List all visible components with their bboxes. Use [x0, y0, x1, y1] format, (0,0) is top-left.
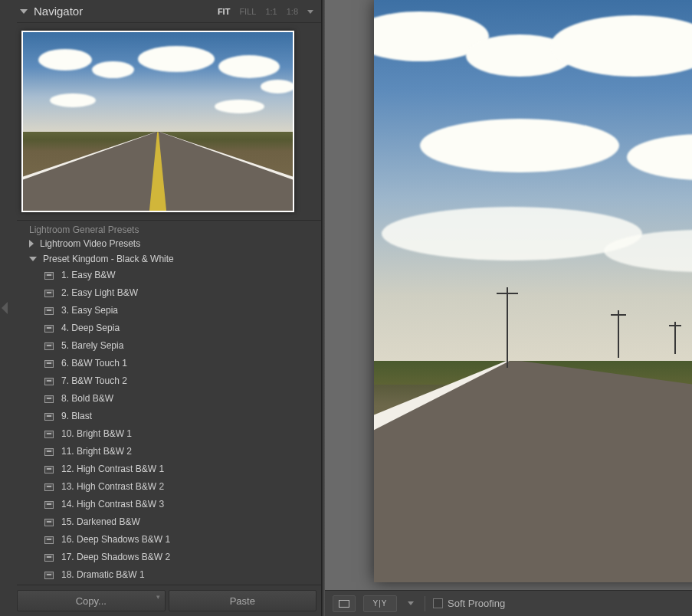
preset-label: 15. Darkened B&W [61, 516, 140, 529]
left-panel: Navigator FIT FILL 1:1 1:8 [0, 0, 322, 616]
preset-label: 11. Bright B&W 2 [61, 445, 132, 458]
preset-icon [44, 272, 54, 280]
preset-folder-general[interactable]: Lightroom General Presets [17, 224, 321, 236]
preset-icon [44, 519, 54, 526]
navigator-title: Navigator [34, 5, 218, 18]
preset-item[interactable]: 5. Barely Sepia [17, 337, 321, 355]
disclosure-triangle-icon [29, 257, 37, 261]
preset-icon [44, 307, 54, 315]
preset-item[interactable]: 4. Deep Sepia [17, 319, 321, 337]
viewer-toolbar: Y|Y Soft Proofing [325, 590, 692, 616]
preset-label: 14. High Contrast B&W 3 [61, 498, 164, 511]
preset-icon [44, 483, 54, 491]
presets-panel: Lightroom General Presets Lightroom Vide… [17, 220, 321, 585]
paste-button[interactable]: Paste [169, 590, 317, 611]
preset-icon [44, 572, 54, 579]
preset-item[interactable]: 15. Darkened B&W [17, 513, 321, 531]
preset-item[interactable]: 10. Bright B&W 1 [17, 425, 321, 443]
preset-item[interactable]: 14. High Contrast B&W 3 [17, 496, 321, 513]
folder-label: Preset Kingdom - Black & White [43, 254, 174, 264]
preset-icon [44, 448, 54, 456]
preset-icon [44, 360, 54, 368]
preset-icon [44, 536, 54, 544]
navigator-header: Navigator FIT FILL 1:1 1:8 [17, 0, 321, 23]
preset-label: 13. High Contrast B&W 2 [61, 480, 164, 493]
navigator-thumbnail[interactable] [21, 31, 294, 212]
preset-icon [44, 378, 54, 385]
preset-label: 18. Dramatic B&W 1 [61, 568, 145, 582]
folder-label: Lightroom General Presets [29, 224, 139, 235]
main-viewer: Y|Y Soft Proofing [325, 0, 692, 616]
zoom-1-8[interactable]: 1:8 [287, 7, 298, 16]
preset-label: 2. Easy Light B&W [61, 287, 138, 300]
preset-folder-kingdom[interactable]: Preset Kingdom - Black & White [17, 251, 321, 267]
disclosure-triangle-icon [29, 240, 34, 247]
zoom-fill[interactable]: FILL [239, 7, 256, 16]
compare-dropdown-icon[interactable] [405, 595, 417, 612]
preset-label: 3. Easy Sepia [61, 304, 118, 317]
preset-icon [44, 501, 54, 509]
zoom-dropdown-icon[interactable] [307, 10, 313, 14]
preset-icon [44, 395, 54, 403]
checkbox-icon [433, 598, 443, 608]
preset-label: 17. Deep Shadows B&W 2 [61, 551, 170, 564]
preset-item[interactable]: 13. High Contrast B&W 2 [17, 478, 321, 496]
preset-item[interactable]: 19. Dramatic B&W 2 [17, 584, 321, 585]
soft-proofing-toggle[interactable]: Soft Proofing [433, 598, 505, 609]
preset-item[interactable]: 12. High Contrast B&W 1 [17, 460, 321, 478]
loupe-view-button[interactable] [333, 595, 356, 612]
button-label: Copy... [76, 595, 107, 607]
preset-item[interactable]: 16. Deep Shadows B&W 1 [17, 531, 321, 549]
preset-label: 10. Bright B&W 1 [61, 428, 132, 441]
preset-item[interactable]: 18. Dramatic B&W 1 [17, 566, 321, 584]
preset-icon [44, 466, 54, 473]
preset-label: 9. Blast [61, 410, 92, 423]
preset-folder-video[interactable]: Lightroom Video Presets [17, 236, 321, 251]
navigator-zoom-controls: FIT FILL 1:1 1:8 [218, 7, 313, 16]
image-canvas[interactable] [325, 0, 692, 590]
preset-label: 6. B&W Touch 1 [61, 357, 127, 370]
preset-label: 16. Deep Shadows B&W 1 [61, 533, 170, 546]
before-after-button[interactable]: Y|Y [363, 595, 397, 612]
dropdown-tick-icon: ▾ [156, 593, 160, 601]
preset-item[interactable]: 11. Bright B&W 2 [17, 443, 321, 460]
preset-item[interactable]: 1. Easy B&W [17, 267, 321, 284]
preset-icon [44, 554, 54, 562]
preset-label: 8. Bold B&W [61, 392, 113, 405]
preset-label: 1. Easy B&W [61, 269, 116, 282]
soft-proofing-label: Soft Proofing [448, 598, 505, 609]
preset-label: 5. Barely Sepia [61, 339, 123, 352]
preset-icon [44, 290, 54, 297]
zoom-1-1[interactable]: 1:1 [265, 7, 277, 16]
preset-item[interactable]: 8. Bold B&W [17, 390, 321, 408]
disclosure-triangle-icon[interactable] [20, 9, 28, 14]
zoom-fit[interactable]: FIT [218, 7, 231, 16]
panel-collapse-arrow-icon[interactable] [2, 302, 8, 314]
button-label: Paste [230, 595, 255, 607]
preset-icon [44, 325, 54, 333]
folder-label: Lightroom Video Presets [40, 238, 140, 249]
preset-item[interactable]: 17. Deep Shadows B&W 2 [17, 549, 321, 566]
preset-label: 4. Deep Sepia [61, 322, 120, 335]
preset-icon [44, 413, 54, 421]
preset-item[interactable]: 7. B&W Touch 2 [17, 372, 321, 390]
preset-label: 12. High Contrast B&W 1 [61, 463, 164, 476]
preset-item[interactable]: 6. B&W Touch 1 [17, 355, 321, 372]
preset-item[interactable]: 9. Blast [17, 408, 321, 425]
copy-button[interactable]: Copy... ▾ [17, 590, 166, 611]
preset-label: 7. B&W Touch 2 [61, 375, 127, 388]
copy-paste-bar: Copy... ▾ Paste [17, 585, 321, 616]
preset-icon [44, 431, 54, 438]
preset-item[interactable]: 3. Easy Sepia [17, 302, 321, 319]
preset-icon [44, 342, 54, 350]
preset-item[interactable]: 2. Easy Light B&W [17, 284, 321, 302]
